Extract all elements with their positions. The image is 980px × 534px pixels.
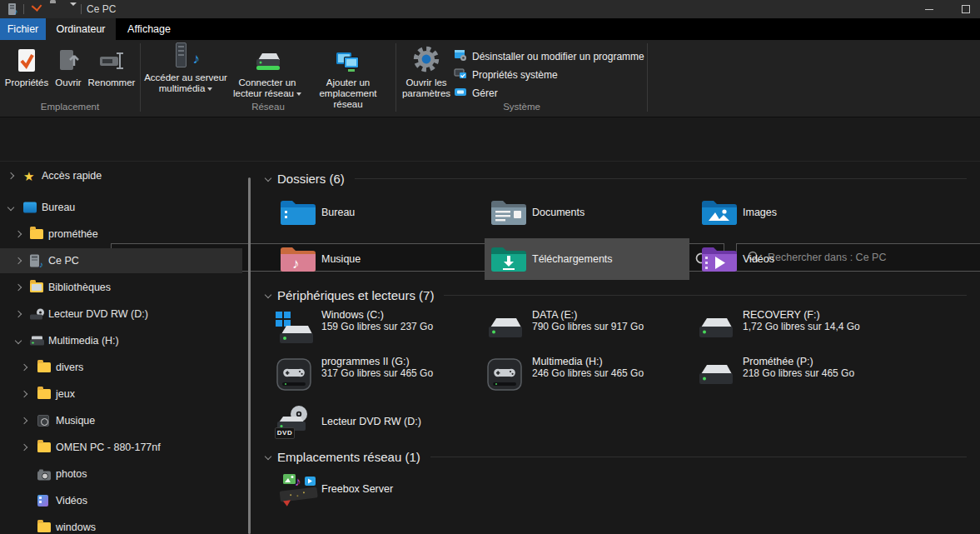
videos-folder-icon (700, 244, 739, 277)
expander-right-icon[interactable] (7, 172, 14, 179)
sidebar-item-musique[interactable]: Musique (0, 408, 242, 433)
sidebar-item-bureau[interactable]: Bureau (0, 195, 242, 220)
drive-name: DATA (E:) (532, 309, 577, 321)
folder-icon (37, 362, 51, 372)
bureau-folder-icon (279, 197, 317, 230)
maximize-button[interactable] (948, 0, 980, 18)
expander-right-icon[interactable] (21, 444, 27, 451)
expander-right-icon[interactable] (15, 231, 22, 237)
folder-tile-bureau[interactable]: Bureau (274, 192, 479, 233)
drive-name: Prométhée (P:) (743, 356, 813, 367)
drive-tile-dvd-d[interactable]: DVD Lecteur DVD RW (D:) (274, 400, 479, 443)
free-space-label: 159 Go libres sur 237 Go (321, 321, 433, 332)
sidebar-item-acces-rapide[interactable]: ★ Accès rapide (0, 163, 242, 188)
tab-fichier[interactable]: Fichier (0, 18, 46, 40)
svg-text:♪: ♪ (295, 474, 301, 488)
drive-tile-multimedia-h[interactable]: Multimedia (H:) 246 Go libres sur 465 Go (485, 353, 689, 397)
open-settings-button[interactable]: Ouvrir les paramètres (401, 42, 451, 99)
desktop-icon (23, 202, 37, 213)
windows-drive-icon (275, 311, 313, 348)
collapse-chevron-icon[interactable] (265, 453, 271, 460)
expander-right-icon[interactable] (15, 284, 22, 291)
sidebar-item-photos[interactable]: photos (0, 462, 242, 487)
expander-down-icon[interactable] (15, 337, 22, 344)
expander-right-icon[interactable] (21, 364, 27, 371)
folder-tile-documents[interactable]: Documents (485, 192, 689, 233)
drive-tile-windows-c[interactable]: Windows (C:) 159 Go libres sur 237 Go (274, 307, 479, 350)
collapse-chevron-icon[interactable] (265, 175, 271, 182)
rename-icon (98, 42, 125, 74)
sidebar-item-multimedia[interactable]: Multimedia (H:) (0, 328, 242, 353)
manage-button[interactable]: Gérer (454, 84, 498, 102)
minimize-button[interactable] (911, 0, 948, 18)
freebox-media-icon: ♪ (279, 470, 319, 511)
free-space-label: 1,72 Go libres sur 14,4 Go (743, 321, 860, 332)
drive-tile-data-e[interactable]: DATA (E:) 790 Go libres sur 917 Go (485, 307, 689, 350)
system-properties-icon (454, 67, 467, 82)
ribbon: Propriétés Ouvrir Renommer Emplacement ♪… (0, 40, 980, 117)
properties-icon (14, 42, 39, 74)
properties-button[interactable]: Propriétés (5, 42, 48, 88)
dvd-badge: DVD (275, 427, 295, 439)
map-network-drive-button[interactable]: Connecter un lecteur réseau (231, 42, 303, 99)
section-header-dossiers[interactable]: Dossiers (6) (261, 170, 973, 187)
drive-name: Windows (C:) (321, 309, 384, 321)
sidebar-tree: ★ Accès rapide Bureau prométhée ♪ Ce PC … (0, 162, 254, 534)
uninstall-program-button[interactable]: Désinstaller ou modifier un programme (454, 47, 644, 65)
network-tile-freebox-server[interactable]: ♪ Freebox Server (274, 468, 479, 510)
folder-icon (37, 522, 51, 532)
rename-button[interactable]: Renommer (87, 42, 137, 88)
dropdown-caret-icon (207, 87, 212, 91)
tab-ordinateur[interactable]: Ordinateur (46, 18, 116, 40)
svg-text:♪: ♪ (292, 256, 300, 272)
system-properties-button[interactable]: Propriétés système (454, 66, 558, 83)
drive-tile-promethee-p[interactable]: Prométhée (P:) 218 Go libres sur 465 Go (695, 353, 900, 397)
expander-right-icon[interactable] (15, 257, 22, 264)
titlebar: ♪ Ce PC (0, 0, 980, 18)
images-folder-icon (700, 197, 739, 230)
sidebar-item-bibliotheques[interactable]: Bibliothèques (0, 275, 242, 300)
file-list-pane: Dossiers (6) Bureau Documents Images ♪ M… (261, 162, 980, 534)
drive-icon (696, 311, 734, 348)
section-header-emplacements-reseau[interactable]: Emplacements réseau (1) (261, 448, 973, 465)
drive-icon (485, 311, 524, 348)
media-server-icon: ♪ (173, 42, 198, 69)
folder-tile-musique[interactable]: ♪ Musique (274, 238, 479, 280)
expander-right-icon[interactable] (15, 311, 22, 317)
sidebar-item-jeux[interactable]: jeux (0, 382, 242, 407)
ribbon-separator (647, 43, 648, 112)
folder-tile-images[interactable]: Images (695, 192, 900, 233)
expander-right-icon[interactable] (21, 391, 27, 397)
map-network-drive-icon (252, 42, 282, 74)
sidebar-item-videos[interactable]: Vidéos (0, 488, 242, 513)
section-divider (355, 178, 967, 179)
folder-tile-videos[interactable]: Vidéos (695, 238, 900, 280)
folder-tile-telechargements[interactable]: Téléchargements (485, 238, 689, 280)
section-header-peripheriques[interactable]: Périphériques et lecteurs (7) (261, 287, 973, 303)
manage-icon (454, 85, 467, 101)
expander-down-icon[interactable] (7, 204, 14, 211)
add-network-location-icon (334, 42, 362, 74)
sidebar-item-omen-pc[interactable]: OMEN PC - 880-177nf (0, 435, 242, 460)
sidebar-item-promethee[interactable]: prométhée (0, 222, 242, 247)
tab-affichage[interactable]: Affichage (116, 18, 182, 40)
group-label-emplacement: Emplacement (0, 102, 140, 112)
expander-right-icon[interactable] (21, 417, 27, 424)
libraries-icon (30, 282, 43, 292)
open-button[interactable]: Ouvrir (50, 42, 87, 88)
drive-tile-programmes-g[interactable]: programmes II (G:) 317 Go libres sur 465… (274, 353, 479, 397)
star-icon: ★ (23, 170, 34, 182)
collapse-chevron-icon[interactable] (265, 292, 271, 298)
sidebar-item-lecteur-dvd[interactable]: Lecteur DVD RW (D:) (0, 302, 242, 327)
folder-icon (37, 442, 51, 452)
window-title: Ce PC (87, 0, 116, 18)
open-icon (56, 42, 81, 74)
drive-tile-recovery-f[interactable]: RECOVERY (F:) 1,72 Go libres sur 14,4 Go (695, 307, 900, 350)
sidebar-item-divers[interactable]: divers (0, 355, 242, 380)
sidebar-scrollbar[interactable] (248, 177, 251, 534)
media-server-button[interactable]: ♪ Accéder au serveur multimédia (143, 42, 228, 94)
qat-customize-chevron-icon[interactable] (70, 6, 77, 17)
sidebar-item-ce-pc[interactable]: ♪ Ce PC (0, 248, 242, 273)
sidebar-item-windows[interactable]: windows (0, 515, 242, 534)
add-network-location-button[interactable]: Ajouter un emplacement réseau (305, 42, 391, 110)
